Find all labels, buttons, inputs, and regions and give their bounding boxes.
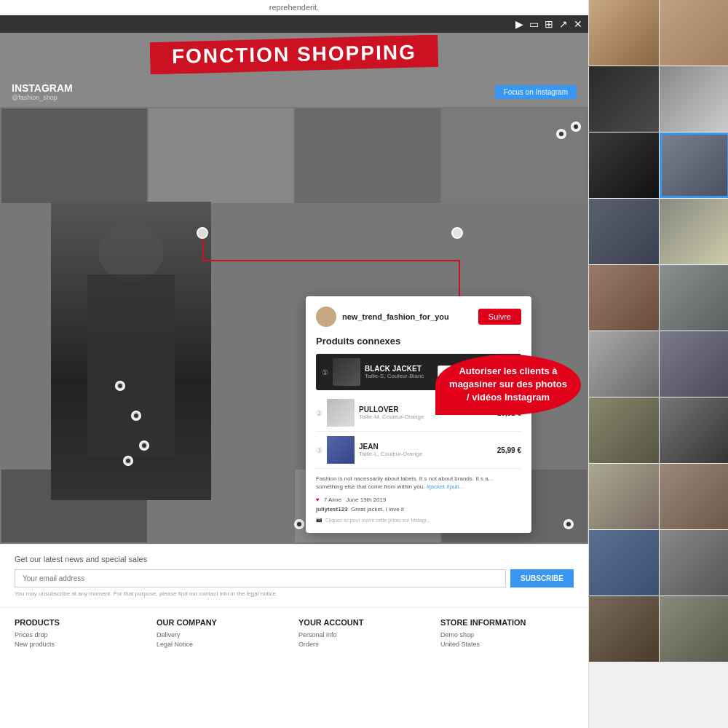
modal-user: new_trend_fashion_for_you [316, 306, 449, 327]
fashion-dot-3[interactable] [139, 440, 149, 451]
heart-icon: ♥ [316, 496, 320, 503]
line-1 [204, 260, 320, 261]
line-2 [320, 260, 459, 261]
body-silhouette [87, 274, 175, 456]
footer-item-prices-drop[interactable]: Prices drop [15, 631, 148, 638]
footer: PRODUCTS Prices drop New products OUR CO… [0, 607, 588, 660]
newsletter-label: Get our latest news and special sales [15, 555, 574, 563]
sidebar-photo-7[interactable] [589, 199, 659, 264]
product-detail-3: Taille-L, Couleur-Orange [359, 451, 493, 457]
sidebar-photo-14[interactable] [660, 397, 728, 463]
grid-photo-4 [442, 108, 587, 203]
photo-grid [0, 107, 588, 205]
comment-text: Great jacket, I love it [351, 506, 404, 513]
footer-item-united-states[interactable]: United States [440, 641, 574, 648]
footer-item-legal-notice[interactable]: Legal Notice [157, 641, 290, 648]
sidebar-photo-9[interactable] [589, 265, 659, 331]
grid-photo-2 [149, 108, 294, 203]
dot-marker-3[interactable] [294, 519, 304, 529]
sidebar-photo-19[interactable] [589, 596, 659, 662]
footer-col-store-title: STORE INFORMATION [440, 618, 574, 627]
product-image-1 [333, 358, 360, 386]
footer-col-company-title: OUR COMPANY [157, 618, 290, 627]
footer-item-new-products[interactable]: New products [15, 641, 148, 648]
footer-col-account: YOUR ACCOUNT Personal info Orders [298, 618, 432, 650]
sidebar-photo-17[interactable] [589, 530, 659, 596]
product-image-2 [327, 399, 355, 427]
newsletter-email-input[interactable] [15, 569, 506, 587]
sidebar-photo-16[interactable] [660, 464, 728, 529]
sidebar-photo-18[interactable] [660, 530, 728, 596]
product-modal: new_trend_fashion_for_you Suivre Produit… [306, 296, 531, 533]
caption-text: Fashion is not nacessarily about labels.… [316, 475, 493, 490]
sidebar-photo-1[interactable] [589, 0, 659, 66]
sidebar-photo-6[interactable] [660, 132, 728, 198]
sidebar-photo-15[interactable] [589, 464, 659, 529]
play-icon[interactable]: ▶ [515, 18, 523, 30]
modal-likes: ♥ 7 Aime June 19th 2019 [316, 496, 521, 503]
newsletter-section: Get our latest news and special sales SU… [0, 544, 588, 607]
footer-columns: PRODUCTS Prices drop New products OUR CO… [15, 618, 574, 650]
sidebar-photo-20[interactable] [660, 596, 728, 662]
product-item-3: ③ JEAN Taille-L, Couleur-Orange 25,99 € [316, 432, 521, 469]
modal-caption: Fashion is not nacessarily about labels.… [316, 475, 521, 491]
sidebar-photo-2[interactable] [660, 0, 728, 66]
fashion-dot-4[interactable] [123, 456, 133, 466]
product-price-3: 25,99 € [497, 446, 521, 454]
product-num-1: ① [322, 368, 328, 376]
dot-main-1[interactable] [197, 227, 208, 239]
footer-col-store: STORE INFORMATION Demo shop United State… [440, 618, 574, 650]
dot-main-2[interactable] [451, 227, 463, 239]
window-icon[interactable]: ▭ [529, 18, 539, 30]
line-vertical-1 [202, 238, 204, 261]
product-name-3: JEAN [359, 443, 493, 451]
banner-title: FONCTION SHOPPING [150, 35, 439, 75]
video-controls: ▶ ▭ ⊞ ↗ ✕ [0, 15, 588, 33]
top-bar-text: reprehenderit. [269, 3, 320, 12]
dot-marker-4[interactable] [571, 122, 581, 132]
product-info-1: BLACK JACKET Taille-S, Couleur-Blanc [365, 365, 433, 379]
instagram-title: INSTAGRAM [12, 82, 73, 94]
callout-text: Autoriser les clients à magasiner sur de… [449, 365, 567, 403]
grid-icon[interactable]: ⊞ [545, 18, 553, 30]
modal-comment: jullytest123 Great jacket, I love it [316, 506, 521, 513]
dot-marker-2[interactable] [556, 129, 566, 139]
footer-col-account-title: YOUR ACCOUNT [298, 618, 432, 627]
share-icon[interactable]: ↗ [559, 18, 568, 30]
instagram-header: INSTAGRAM @fashion_shop Focus on Instagr… [0, 76, 588, 107]
modal-section-title: Produits connexes [316, 336, 521, 347]
dot-marker-1[interactable] [563, 519, 574, 529]
newsletter-note: You may unsubscribe at any moment. For t… [15, 590, 574, 597]
focus-on-instagram-button[interactable]: Focus on Instagram [495, 85, 577, 99]
sidebar-photo-5[interactable] [589, 132, 659, 198]
suivre-button[interactable]: Suivre [478, 309, 521, 325]
post-date: June 19th 2019 [346, 496, 386, 503]
caption-hashtags: #jacket #pull... [427, 483, 464, 490]
footer-item-personal-info[interactable]: Personal info [298, 631, 432, 638]
sidebar-photo-4[interactable] [660, 66, 728, 132]
fashion-dot-1[interactable] [115, 381, 125, 391]
sidebar-photos-grid [589, 0, 728, 662]
fashion-photo [51, 202, 211, 500]
modal-header: new_trend_fashion_for_you Suivre [316, 306, 521, 327]
footer-item-orders[interactable]: Orders [298, 641, 432, 648]
newsletter-form: SUBSCRIBE [15, 569, 574, 587]
sidebar-photo-12[interactable] [660, 331, 728, 397]
footer-item-demo-shop[interactable]: Demo shop [440, 631, 574, 638]
footer-col-company: OUR COMPANY Delivery Legal Notice [157, 618, 290, 650]
close-icon[interactable]: ✕ [574, 18, 582, 30]
sidebar-photo-13[interactable] [589, 397, 659, 463]
comment-user: jullytest123 [316, 506, 348, 513]
sidebar-photo-3[interactable] [589, 66, 659, 132]
banner: FONCTION SHOPPING [0, 33, 588, 76]
sidebar-photo-11[interactable] [589, 331, 659, 397]
sidebar-photo-8[interactable] [660, 199, 728, 264]
main-area: new_trend_fashion_for_you Suivre Produit… [0, 107, 588, 544]
sidebar-photo-10[interactable] [660, 265, 728, 331]
subscribe-button[interactable]: SUBSCRIBE [510, 569, 574, 587]
footer-item-delivery[interactable]: Delivery [157, 631, 290, 638]
fashion-dot-2[interactable] [131, 411, 141, 421]
modal-avatar [316, 306, 336, 327]
product-num-2: ② [316, 409, 323, 417]
modal-footer: 📷 Cliquez ici pour ouvrir cette photo su… [316, 517, 521, 523]
